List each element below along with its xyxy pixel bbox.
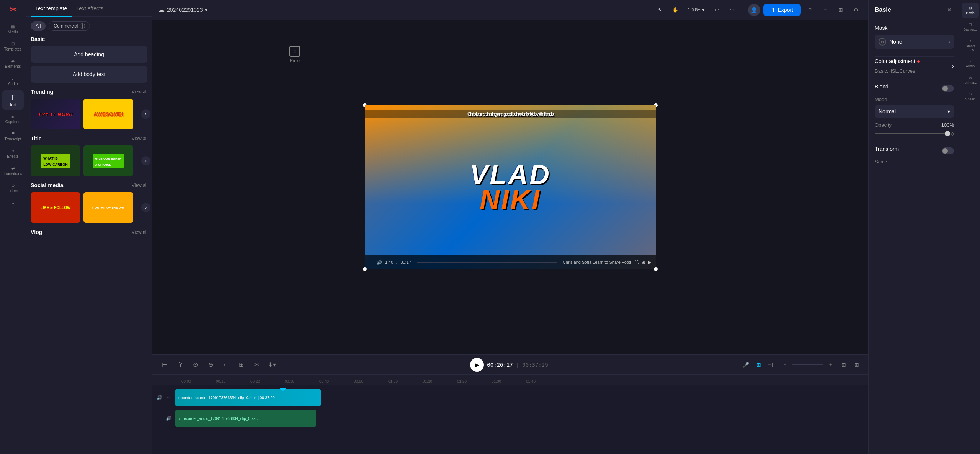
fit-btn[interactable]: ⊡ bbox=[838, 359, 849, 370]
split-btn[interactable]: ⊢ bbox=[158, 359, 171, 371]
social-template-2[interactable]: # OUTFIT OF THE DAY bbox=[83, 192, 133, 223]
opacity-slider[interactable] bbox=[875, 133, 947, 134]
social-nav-btn[interactable]: › bbox=[141, 203, 150, 212]
audio-clip[interactable]: ♪ recorder_audio_1709178766634_clip_0.aa… bbox=[175, 410, 316, 427]
fr-item-speed[interactable]: ⏱ Speed bbox=[962, 89, 979, 104]
social-view-all[interactable]: View all bbox=[132, 183, 147, 188]
layout-btn[interactable]: ⊞ bbox=[835, 4, 847, 16]
sidebar-item-templates[interactable]: ⊞ Templates bbox=[2, 39, 24, 54]
handle-bottom-right[interactable] bbox=[654, 267, 658, 271]
fr-item-background[interactable]: ◫ Backgr... bbox=[962, 20, 979, 34]
mode-value: Normal bbox=[879, 108, 896, 114]
sidebar-item-audio[interactable]: ♪ Audio bbox=[2, 73, 24, 89]
duplicate-btn[interactable]: ⊙ bbox=[189, 359, 201, 371]
track-edit-btn[interactable]: ✏ bbox=[165, 394, 172, 402]
sidebar-item-effects[interactable]: ✦ Effects bbox=[2, 146, 24, 162]
title-template-1[interactable]: WHAT ISLOW-CARBON bbox=[31, 145, 80, 176]
add-heading-btn[interactable]: Add heading bbox=[31, 46, 147, 63]
play-btn[interactable]: ▶ bbox=[470, 358, 484, 372]
sidebar-item-transitions[interactable]: ⇄ Transitions bbox=[2, 163, 24, 179]
download-btn[interactable]: ⬇▾ bbox=[266, 359, 278, 371]
ruler-mark-3: 00:30 bbox=[285, 379, 319, 384]
trending-template-1[interactable]: TRY IT NOW! bbox=[31, 99, 80, 129]
filter-all-btn[interactable]: All bbox=[31, 21, 46, 31]
title-template-2[interactable]: GIVE OUR EARTHA CHANCE bbox=[83, 145, 133, 176]
mic-btn[interactable]: 🎤 bbox=[740, 359, 751, 370]
ratio-label: Ratio bbox=[290, 58, 300, 63]
tab-text-template[interactable]: Text template bbox=[31, 0, 72, 17]
fr-item-audio[interactable]: ♪ Audio bbox=[962, 56, 979, 71]
expand-btn[interactable]: ⊞ bbox=[851, 359, 862, 370]
title-view-all[interactable]: View all bbox=[132, 136, 147, 141]
align-btn[interactable]: ⊞ bbox=[235, 359, 247, 371]
social-template-1[interactable]: LIKE & FOLLOW bbox=[31, 192, 80, 223]
vlog-view-all[interactable]: View all bbox=[132, 229, 147, 235]
zoom-in-btn[interactable]: ＋ bbox=[825, 359, 836, 370]
fullscreen-icon[interactable]: ⛶ bbox=[634, 260, 639, 265]
trending-template-2[interactable]: AWESOME! bbox=[83, 99, 133, 129]
fr-item-smart[interactable]: ✦ Smart tools bbox=[962, 36, 979, 55]
handle-bottom-left[interactable] bbox=[363, 267, 367, 271]
mode-label: Mode bbox=[875, 96, 887, 102]
select-tool-btn[interactable]: ↖ bbox=[654, 4, 666, 16]
delete-btn[interactable]: 🗑 bbox=[174, 359, 186, 371]
mode-select[interactable]: Normal ▾ bbox=[875, 105, 954, 118]
help-btn[interactable]: ? bbox=[804, 4, 816, 16]
color-adjustment-sub: Basic,HSL,Curves bbox=[875, 68, 920, 74]
zoom-slider-track[interactable] bbox=[792, 364, 823, 365]
fr-item-basic[interactable]: ⊞ Basic bbox=[962, 3, 979, 18]
rp-close-btn[interactable]: ✕ bbox=[945, 5, 954, 15]
chevron-down-icon: ⬇▾ bbox=[268, 361, 276, 368]
track-volume-btn-2[interactable]: 🔊 bbox=[165, 415, 172, 422]
mask-row[interactable]: ⊘ None › bbox=[875, 35, 954, 49]
fr-item-label: Audio bbox=[966, 64, 975, 68]
video-progress[interactable] bbox=[416, 262, 557, 263]
zoom-control[interactable]: 100% ▾ bbox=[684, 5, 707, 14]
pip-mode-icon[interactable]: ⊞ bbox=[642, 260, 645, 265]
hand-tool-btn[interactable]: ✋ bbox=[669, 4, 681, 16]
opacity-value: 100% bbox=[941, 122, 954, 128]
split-audio-btn[interactable]: ⊣⊢ bbox=[766, 359, 777, 370]
basic-icon: ⊞ bbox=[969, 6, 972, 10]
tab-text-effects[interactable]: Text effects bbox=[72, 0, 108, 17]
sidebar-item-transcript[interactable]: ≣ Transcript bbox=[2, 129, 24, 144]
add-body-text-btn[interactable]: Add body text bbox=[31, 66, 147, 83]
trending-view-all[interactable]: View all bbox=[132, 89, 147, 95]
undo-btn[interactable]: ↩ bbox=[711, 4, 723, 16]
mask-value: None bbox=[889, 39, 902, 45]
slider-thumb[interactable] bbox=[945, 131, 950, 136]
track-volume-btn[interactable]: 🔊 bbox=[155, 394, 163, 402]
crop-btn[interactable]: ⊕ bbox=[204, 359, 217, 371]
sidebar-item-filters[interactable]: ⊙ Filters bbox=[2, 180, 24, 196]
gear-icon: ⚙ bbox=[854, 7, 859, 13]
chevron-right-icon[interactable]: › bbox=[952, 63, 954, 69]
sidebar-item-label: Transcript bbox=[4, 137, 21, 141]
export-btn[interactable]: ⬆ Export bbox=[763, 4, 801, 16]
sidebar-item-captions[interactable]: ≡ Captions bbox=[2, 111, 24, 127]
volume-icon[interactable]: 🔊 bbox=[377, 260, 382, 265]
playhead[interactable] bbox=[283, 388, 283, 408]
video-clip[interactable]: recorder_screen_1709178766634_clip_0.mp4… bbox=[175, 389, 321, 406]
trending-nav-btn[interactable]: › bbox=[141, 109, 150, 119]
project-name[interactable]: ☁ 202402291023 ▾ bbox=[158, 6, 207, 13]
opacity-label: Opacity bbox=[875, 122, 892, 128]
zoom-out-btn[interactable]: － bbox=[779, 359, 790, 370]
cut-btn[interactable]: ✂ bbox=[250, 359, 263, 371]
sidebar-item-media[interactable]: ▦ Media bbox=[2, 21, 24, 37]
redo-btn[interactable]: ↪ bbox=[726, 4, 738, 16]
settings-btn[interactable]: ⚙ bbox=[850, 4, 862, 16]
mirror-btn[interactable]: ↔ bbox=[220, 359, 232, 371]
title-nav-btn[interactable]: › bbox=[141, 156, 150, 165]
blend-toggle[interactable] bbox=[942, 85, 954, 92]
filter-commercial-btn[interactable]: Commercial i bbox=[49, 21, 90, 31]
sidebar-item-more[interactable]: ⌄ bbox=[2, 198, 24, 208]
avatar-btn[interactable]: 👤 bbox=[748, 4, 760, 16]
sidebar-item-elements[interactable]: ◈ Elements bbox=[2, 56, 24, 72]
pause-icon[interactable]: ⏸ bbox=[369, 260, 374, 265]
fr-item-animate[interactable]: ◎ Animat... bbox=[962, 73, 979, 88]
transform-toggle[interactable] bbox=[942, 147, 954, 154]
ratio-btn[interactable]: ⊡ Ratio bbox=[283, 42, 307, 67]
list-btn[interactable]: ≡ bbox=[819, 4, 831, 16]
sidebar-item-text[interactable]: T Text bbox=[2, 90, 24, 110]
camera-btn[interactable]: ⊞ bbox=[753, 359, 764, 370]
